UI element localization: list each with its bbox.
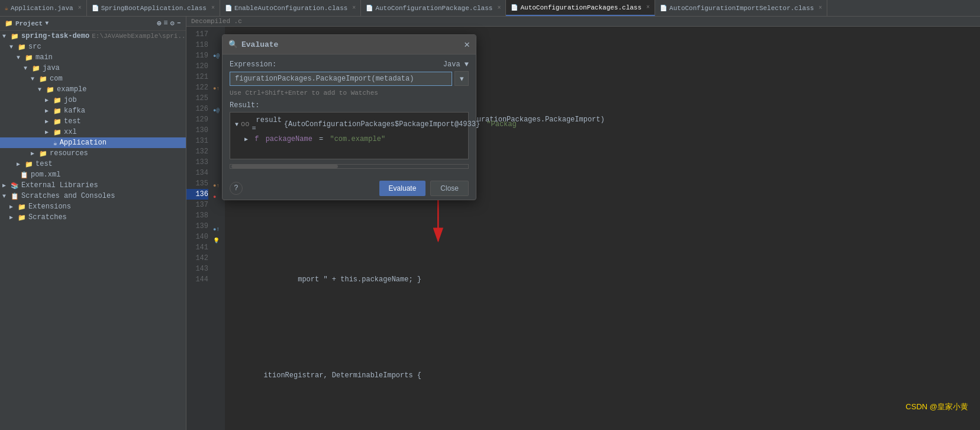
dialog-footer: ? Evaluate Close [223,177,476,200]
tab-close-2[interactable]: × [352,5,356,11]
gutter-breakpoint-119[interactable]: ●@ [213,53,220,59]
tab-close-4[interactable]: × [646,4,650,11]
java-folder-icon: 📁 [32,65,40,72]
tab-close-3[interactable]: × [497,5,501,11]
help-button[interactable]: ? [230,182,243,195]
dialog-action-buttons: Evaluate Close [379,181,469,196]
scratches-consoles-arrow: ▼ [2,193,11,200]
dialog-body: Expression: Java ▼ ▾ Use Ctrl+Shift+Ente… [223,54,476,177]
gutter-icon-135: ●↑ [213,183,220,189]
class-file-icon-3: 📄 [366,5,373,12]
scratches-folder-icon: 📁 [18,214,26,222]
gutter-icon-139[interactable]: ●! [213,227,220,233]
test-src-icon: 📁 [25,161,33,168]
sidebar-toolbar: ⊕ ≡ ⚙ – [157,19,181,28]
tab-close-0[interactable]: × [78,5,82,11]
sidebar-item-job[interactable]: ▶ 📁 job [0,95,186,105]
result-scrollbar[interactable] [230,164,469,169]
code-line-122 [230,210,975,221]
gutter-breakpoint-136[interactable]: ● [213,194,216,200]
code-line-129 [230,306,975,317]
sidebar-item-test-src[interactable]: ▶ 📁 test [0,159,186,169]
class-file-icon-2: 📄 [225,5,232,12]
sidebar-item-scratches-consoles[interactable]: ▼ 📋 Scratches and Consoles [0,191,186,201]
main-layout: 📁 Project ▼ ⊕ ≡ ⚙ – ▼ 📁 spring-task-demo… [0,17,980,430]
expression-dropdown-button[interactable]: ▾ [454,71,469,86]
main-label: main [36,53,53,62]
sidebar-item-spring-task-demo[interactable]: ▼ 📁 spring-task-demo E:\JAVAWebExample\s… [0,31,186,41]
sidebar-item-external-libraries[interactable]: ▶ 📚 External Libraries [0,180,186,191]
kafka-arrow: ▶ [45,107,53,114]
language-selector[interactable]: Java ▼ [443,60,469,69]
main-arrow: ▼ [17,54,25,61]
test-folder-label: test [64,117,81,126]
sidebar-item-extensions[interactable]: ▶ 📁 Extensions [0,201,186,212]
result-string-preview: "Packag [482,120,517,129]
project-path: E:\JAVAWebExample\spri... [92,33,186,40]
xxl-folder-icon: 📁 [53,129,62,136]
application-label: Application [60,139,107,147]
project-root-label: spring-task-demo [21,32,89,40]
dropdown-icon[interactable]: ▼ [45,20,49,27]
src-arrow: ▼ [9,44,18,50]
result-label-text: Result: [230,101,259,110]
class-file-icon-1: 📄 [92,5,99,12]
result-field-expand[interactable]: ▶ [244,136,248,143]
expression-input[interactable] [230,72,452,86]
expression-input-row: ▾ [230,71,469,86]
sidebar-item-example[interactable]: ▼ 📁 example [0,84,186,95]
extensions-arrow: ▶ [9,203,18,210]
sidebar-action-icon-1[interactable]: ⊕ [157,19,161,28]
gutter-icon-140: 💡 [213,238,220,244]
src-folder-icon: 📁 [18,43,26,51]
result-package-value: "com.example" [330,135,385,143]
sidebar-item-kafka[interactable]: ▶ 📁 kafka [0,105,186,116]
sidebar-item-main[interactable]: ▼ 📁 main [0,52,186,63]
tab-label-0: Application.java [11,5,73,12]
sidebar-item-java[interactable]: ▼ 📁 java [0,63,186,73]
tab-autoimportselector[interactable]: 📄 AutoConfigurationImportSelector.class … [655,0,827,16]
job-label: job [64,96,77,104]
main-folder-icon: 📁 [25,54,33,62]
sidebar-action-icon-3[interactable]: ⚙ [170,19,175,28]
tab-label-5: AutoConfigurationImportSelector.class [669,5,814,12]
sidebar-item-resources[interactable]: ▶ 📁 resources [0,148,186,159]
sidebar-item-application[interactable]: ▶ ☕ Application [0,137,186,148]
tab-application-java[interactable]: ☕ Application.java × [0,0,87,16]
evaluate-button[interactable]: Evaluate [379,181,426,196]
result-package-name-field: packageName [266,135,312,143]
example-arrow: ▼ [38,86,46,93]
watch-hint: Use Ctrl+Shift+Enter to add to Watches [230,89,469,97]
tab-autoconfigpackage[interactable]: 📄 AutoConfigurationPackage.class × [361,0,506,16]
sidebar-item-xxl[interactable]: ▶ 📁 xxl [0,127,186,137]
sidebar-item-test-folder[interactable]: ▶ 📁 test [0,116,186,127]
sidebar-action-icon-2[interactable]: ≡ [163,19,167,28]
code-line-132 [230,402,975,413]
tab-springboot[interactable]: 📄 SpringBootApplication.class × [87,0,220,16]
resources-folder-icon: 📁 [39,150,47,158]
gutter-icon-126[interactable]: ●@ [213,108,220,114]
result-label: Result: [230,101,469,110]
sidebar-item-scratches[interactable]: ▶ 📁 Scratches [0,212,186,223]
resources-label: resources [50,149,88,158]
evaluate-dialog[interactable]: 🔍 Evaluate ✕ Expression: Java ▼ ▾ [222,34,476,200]
project-sidebar: 📁 Project ▼ ⊕ ≡ ⚙ – ▼ 📁 spring-task-demo… [0,17,186,430]
com-label: com [50,75,63,83]
tab-autoconfigpackages[interactable]: 📄 AutoConfigurationPackages.class × [506,0,655,16]
ext-lib-icon: 📚 [11,182,19,190]
sidebar-item-pom[interactable]: ▶ 📋 pom.xml [0,169,186,180]
sidebar-action-icon-4[interactable]: – [177,19,181,28]
dialog-close-button[interactable]: ✕ [464,38,470,50]
tab-enableauto[interactable]: 📄 EnableAutoConfiguration.class × [220,0,361,16]
dialog-title-area: 🔍 Evaluate [228,40,278,49]
tab-close-1[interactable]: × [211,5,215,11]
tab-label-2: EnableAutoConfiguration.class [234,5,347,12]
close-dialog-button[interactable]: Close [430,181,469,196]
example-label: example [57,85,86,94]
src-label: src [28,43,41,51]
tab-close-5[interactable]: × [818,5,822,11]
result-expand-arrow[interactable]: ▼ [235,121,238,128]
sidebar-item-com[interactable]: ▼ 📁 com [0,73,186,84]
sidebar-item-src[interactable]: ▼ 📁 src [0,41,186,52]
com-arrow: ▼ [31,76,39,82]
